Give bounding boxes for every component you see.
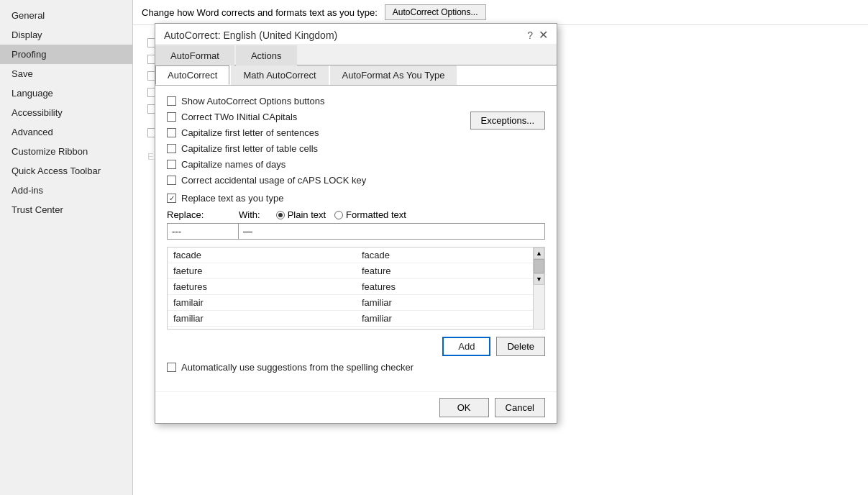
radio-formatted-icon — [334, 211, 343, 219]
cb-auto-suggest[interactable] — [167, 363, 176, 372]
radio-group: Plain text Formatted text — [276, 209, 406, 220]
table-scrollbar[interactable]: ▲ ▼ — [533, 247, 544, 329]
tab-math-autocorrect[interactable]: Math AutoCorrect — [231, 65, 328, 85]
table-cell-with: familiar — [356, 327, 544, 330]
cb-two-initial[interactable] — [167, 112, 176, 122]
dialog-body: Show AutoCorrect Options buttons Correct… — [155, 86, 557, 391]
table-cell-replace: familair — [168, 295, 356, 311]
topbar-message: Change how Word corrects and formats tex… — [142, 7, 378, 18]
dialog-title-icons: ? ✕ — [527, 29, 548, 41]
autocorrect-table: facade facade faeture feature faetures f… — [168, 247, 544, 330]
checkbox-capitalize-table: Capitalize first letter of table cells — [167, 143, 545, 154]
table-cell-replace: faeture — [168, 263, 356, 279]
sidebar-item-trust-center[interactable]: Trust Center — [0, 200, 132, 219]
cb-show-autocorrect-label: Show AutoCorrect Options buttons — [181, 96, 324, 106]
sidebar-item-accessibility[interactable]: Accessibility — [0, 103, 132, 122]
tabs-row2-container: AutoCorrect Math AutoCorrect AutoFormat … — [155, 65, 557, 86]
cb-auto-suggest-label: Automatically use suggestions from the s… — [181, 362, 414, 373]
checkbox-show-autocorrect: Show AutoCorrect Options buttons — [167, 96, 545, 106]
table-cell-replace: facade — [168, 247, 356, 263]
cb-capitalize-table[interactable] — [167, 144, 176, 153]
autocorrect-dialog: AutoCorrect: English (United Kingdom) ? … — [155, 23, 557, 424]
sidebar-item-language[interactable]: Language — [0, 83, 132, 103]
dialog-help-button[interactable]: ? — [527, 29, 533, 41]
tabs-row1: AutoFormat Actions — [155, 45, 557, 65]
replace-input[interactable] — [167, 223, 239, 240]
cb-capitalize-table-label: Capitalize first letter of table cells — [181, 143, 318, 154]
sidebar-item-general[interactable]: General — [0, 6, 132, 25]
cb-caps-lock[interactable] — [167, 176, 176, 185]
tab-autoformat[interactable]: AutoFormat — [155, 45, 234, 65]
cb-capitalize-days[interactable] — [167, 160, 176, 169]
table-row[interactable]: facade facade — [168, 247, 544, 263]
sidebar-item-save[interactable]: Save — [0, 64, 132, 83]
cb-replace-text[interactable] — [167, 194, 176, 203]
scroll-thumb[interactable] — [534, 259, 544, 273]
main-content: Change how Word corrects and formats tex… — [133, 0, 868, 495]
replace-section: Replace text as you type Replace: With: … — [167, 193, 545, 373]
table-row[interactable]: faeture feature — [168, 263, 544, 279]
tabs-row2: AutoCorrect Math AutoCorrect AutoFormat … — [155, 65, 557, 85]
replace-with-labels-row: Replace: With: Plain text Formatted text — [167, 209, 545, 220]
sidebar-item-quick-access-toolbar[interactable]: Quick Access Toolbar — [0, 161, 132, 181]
exceptions-button[interactable]: Exceptions... — [470, 112, 545, 130]
sidebar-item-proofing[interactable]: Proofing — [0, 45, 132, 64]
add-delete-buttons: Add Delete — [442, 337, 545, 356]
radio-plain-label: Plain text — [288, 209, 326, 220]
dialog-title: AutoCorrect: English (United Kingdom) — [164, 29, 337, 41]
radio-plain-icon — [276, 211, 285, 219]
replace-inputs-row — [167, 223, 545, 240]
scroll-down-arrow[interactable]: ▼ — [534, 273, 544, 285]
replace-checkbox-row: Replace text as you type — [167, 193, 545, 204]
autocorrect-options-button[interactable]: AutoCorrect Options... — [385, 4, 486, 20]
table-cell-with: familiar — [356, 311, 544, 327]
add-delete-row: Add Delete — [167, 337, 545, 356]
sidebar-item-add-ins[interactable]: Add-ins — [0, 181, 132, 200]
dialog-action-row: OK Cancel — [155, 391, 557, 423]
table-cell-with: familiar — [356, 295, 544, 311]
replace-label: Replace: — [167, 209, 239, 220]
cancel-button[interactable]: Cancel — [495, 398, 545, 417]
tab-autocorrect[interactable]: AutoCorrect — [155, 65, 229, 85]
radio-formatted-label: Formatted text — [346, 209, 406, 220]
sidebar-item-display[interactable]: Display — [0, 25, 132, 45]
dialog-title-bar: AutoCorrect: English (United Kingdom) ? … — [155, 24, 557, 45]
topbar: Change how Word corrects and formats tex… — [133, 0, 868, 25]
cb-replace-text-label: Replace text as you type — [181, 193, 283, 204]
table-row[interactable]: familliar familiar — [168, 327, 544, 330]
radio-formatted-text[interactable]: Formatted text — [334, 209, 406, 220]
scroll-up-arrow[interactable]: ▲ — [534, 247, 544, 259]
autocorrect-table-container[interactable]: facade facade faeture feature faetures f… — [167, 247, 545, 330]
tab-autoformat-as-you-type[interactable]: AutoFormat As You Type — [330, 65, 457, 85]
checkbox-capitalize-days: Capitalize names of days — [167, 159, 545, 170]
with-label: With: — [239, 209, 260, 220]
cb-two-initial-label: Correct TWo INitial CApitals — [181, 112, 297, 122]
tabs-row1-container: AutoFormat Actions — [155, 45, 557, 65]
cb-capitalize-sentences[interactable] — [167, 128, 176, 137]
table-cell-with: feature — [356, 263, 544, 279]
cb-capitalize-sentences-label: Capitalize first letter of sentences — [181, 127, 319, 138]
tab-actions[interactable]: Actions — [236, 45, 297, 65]
table-row[interactable]: familair familiar — [168, 295, 544, 311]
cb-caps-lock-label: Correct accidental usage of cAPS LOCK ke… — [181, 175, 366, 186]
cb-show-autocorrect[interactable] — [167, 96, 176, 106]
ok-button[interactable]: OK — [439, 398, 489, 417]
delete-button[interactable]: Delete — [496, 337, 545, 356]
table-cell-replace: familiar — [168, 311, 356, 327]
table-row[interactable]: faetures features — [168, 279, 544, 295]
radio-plain-text[interactable]: Plain text — [276, 209, 326, 220]
with-input[interactable] — [239, 223, 545, 240]
table-cell-with: facade — [356, 247, 544, 263]
sidebar-item-advanced[interactable]: Advanced — [0, 122, 132, 142]
table-row[interactable]: familiar familiar — [168, 311, 544, 327]
table-cell-replace: faetures — [168, 279, 356, 295]
dialog-close-button[interactable]: ✕ — [539, 29, 548, 41]
table-cell-with: features — [356, 279, 544, 295]
table-cell-replace: familliar — [168, 327, 356, 330]
sidebar: General Display Proofing Save Language A… — [0, 0, 133, 495]
checkbox-caps-lock: Correct accidental usage of cAPS LOCK ke… — [167, 175, 545, 186]
cb-capitalize-days-label: Capitalize names of days — [181, 159, 285, 170]
add-button[interactable]: Add — [442, 337, 490, 356]
sidebar-item-customize-ribbon[interactable]: Customize Ribbon — [0, 142, 132, 161]
auto-suggest-row: Automatically use suggestions from the s… — [167, 362, 545, 373]
